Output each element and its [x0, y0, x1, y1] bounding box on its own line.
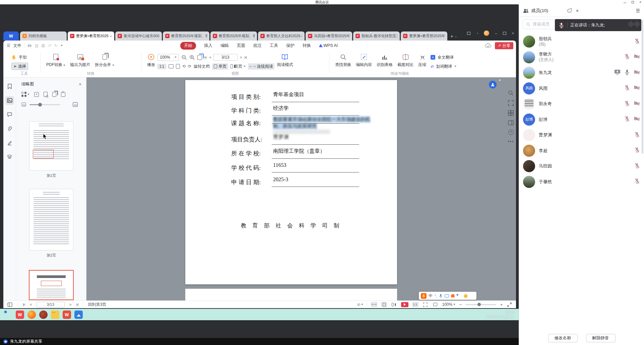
status-zoom-value[interactable]: 100%: [442, 302, 456, 307]
wps-restore-icon[interactable]: [503, 32, 506, 35]
member-row[interactable]: 李超: [519, 143, 644, 158]
mic-muted-icon[interactable]: [634, 38, 640, 46]
thumbnail-panel-close-icon[interactable]: ×: [79, 82, 81, 87]
compress-button[interactable]: )≡( 压缩: [416, 52, 429, 69]
member-row[interactable]: 彭博彭博: [519, 112, 644, 127]
file-menu[interactable]: 文件: [13, 43, 21, 49]
single-page-button[interactable]: 单页: [212, 63, 228, 70]
tab-close-icon[interactable]: ×: [110, 34, 112, 38]
bookmark-icon[interactable]: [5, 82, 14, 91]
hand-tool-button[interactable]: ✋手型: [11, 54, 28, 61]
ribbon-page-input[interactable]: 3/13: [213, 54, 238, 61]
zoom-out-icon[interactable]: [181, 55, 187, 60]
taskbar-browser-icon[interactable]: [39, 310, 48, 319]
camera-off-icon[interactable]: [633, 84, 640, 92]
translate-full-button[interactable]: A全文翻译: [431, 54, 456, 61]
insert-page-icon[interactable]: +: [34, 92, 39, 97]
taskbar-firefox-icon[interactable]: [27, 310, 36, 319]
mic-muted-icon[interactable]: [634, 162, 640, 170]
status-play-button[interactable]: [401, 302, 408, 307]
zoom-slider[interactable]: [465, 304, 496, 305]
actual-size-button[interactable]: 1:1: [157, 64, 166, 69]
toolbox-icon[interactable]: [457, 294, 460, 297]
taskbar-wps-office-icon[interactable]: W: [16, 310, 24, 319]
member-row[interactable]: 朱九龙: [519, 65, 644, 80]
wps-close-icon[interactable]: ×: [512, 31, 514, 35]
widgets-icon[interactable]: [508, 110, 514, 116]
toggle-sidebar-icon[interactable]: [7, 302, 13, 307]
sogou-logo-icon[interactable]: S: [421, 293, 427, 299]
window-layout-icon[interactable]: [467, 32, 470, 35]
sogou-input-bar[interactable]: S 中 °,: [419, 292, 476, 300]
read-mode-button[interactable]: 阅读模式: [274, 52, 295, 69]
print-icon[interactable]: ⎙: [42, 43, 45, 48]
document-tab[interactable]: P殷朝兵-数字化转型压力: [353, 31, 400, 41]
save-icon[interactable]: ▤: [35, 43, 39, 48]
slider-handle[interactable]: [38, 103, 42, 107]
emoji-icon[interactable]: [464, 294, 467, 298]
menu-item-WPS AI[interactable]: WPS AI: [319, 43, 338, 48]
play-button[interactable]: 播放: [145, 52, 157, 69]
menu-item-插入[interactable]: 插入: [204, 43, 212, 49]
thumb-view-mode-icon[interactable]: [21, 92, 29, 97]
document-tab[interactable]: P曹梦渊+教育部2025×: [68, 31, 114, 41]
menu-item-开始[interactable]: 开始: [180, 42, 196, 50]
rotate-left-icon[interactable]: ⟲: [182, 64, 186, 69]
document-area[interactable]: 项 目 类 别:青年基金项目学 科 门 类:经济学课 题 名 称:数据要素市场化…: [86, 77, 516, 300]
member-row[interactable]: 郭永奇: [519, 96, 644, 112]
close-icon[interactable]: ×: [639, 0, 641, 4]
fit-page-icon[interactable]: [176, 64, 180, 69]
menu-item-保护[interactable]: 保护: [286, 43, 295, 49]
status-first-page-button[interactable]: |<: [23, 302, 25, 306]
fullscreen-icon[interactable]: [506, 302, 513, 307]
pdf-page-4[interactable]: [185, 289, 397, 300]
mic-muted-icon[interactable]: [634, 178, 640, 186]
rotate-right-icon[interactable]: ⟳: [188, 64, 191, 69]
zoom-slider-handle[interactable]: [477, 303, 481, 306]
zoom-plus-icon[interactable]: +: [500, 302, 503, 307]
mic-muted-icon[interactable]: [634, 131, 640, 139]
help-icon[interactable]: ?: [508, 130, 514, 135]
double-page-button[interactable]: 双页: [231, 64, 246, 69]
punctuation-icon[interactable]: °,: [435, 294, 437, 298]
copy-page-icon[interactable]: [52, 92, 56, 97]
taskbar-wps-writer-icon[interactable]: W: [63, 310, 71, 319]
document-tab[interactable]: P黄河流域中心城市000.p: [115, 31, 162, 41]
last-page-button[interactable]: >|: [244, 55, 246, 59]
taskbar-clock[interactable]: 15:12 2025/3/18 星期二: [486, 310, 515, 319]
annotate-pen-icon[interactable]: [5, 138, 14, 147]
taskbar-photos-icon[interactable]: [74, 310, 83, 319]
fit-width-icon[interactable]: [169, 64, 174, 68]
first-page-button[interactable]: |<: [204, 55, 207, 59]
menu-item-编辑[interactable]: 编辑: [220, 43, 229, 49]
document-tab[interactable]: P教育部2025年规划、青: [210, 31, 257, 41]
page-3-thumbnail[interactable]: [29, 271, 73, 299]
status-fit-width-icon[interactable]: [432, 302, 439, 307]
status-continuous-icon[interactable]: ⊢⊣: [371, 302, 377, 307]
members-scrollbar[interactable]: [642, 20, 643, 154]
account-avatar[interactable]: [484, 30, 489, 36]
thumbnail-panel-icon[interactable]: [5, 96, 14, 105]
panel-layout-icon[interactable]: [508, 120, 514, 125]
snapshot-compare-button[interactable]: 截图对比: [395, 52, 416, 69]
fit-screen-icon[interactable]: [508, 100, 514, 106]
edit-content-button[interactable]: 编辑内容: [353, 52, 374, 69]
share-button[interactable]: ↗ 分享: [495, 42, 513, 49]
thumb-smaller-icon[interactable]: [21, 102, 26, 107]
wps-logo[interactable]: W: [3, 31, 19, 41]
mic-muted-icon[interactable]: [624, 100, 630, 108]
tab-list-chevron-icon[interactable]: ⌄: [455, 34, 457, 38]
status-fit-page-icon[interactable]: [422, 302, 429, 307]
wps-minimize-icon[interactable]: –: [495, 31, 497, 35]
skin-icon[interactable]: [451, 294, 455, 297]
open-folder-icon[interactable]: 🗁: [28, 43, 32, 48]
more-tools-icon[interactable]: •••: [508, 139, 514, 144]
document-tab[interactable]: P教育部2025年规划、青: [163, 31, 209, 41]
prev-page-button[interactable]: <: [209, 55, 211, 59]
start-button[interactable]: [4, 310, 12, 319]
export-image-button[interactable]: 输出为图片: [68, 52, 92, 69]
new-tab-button[interactable]: +: [450, 33, 453, 39]
member-row[interactable]: 李晓方(主持人): [519, 50, 644, 65]
mic-muted-icon[interactable]: [624, 53, 630, 61]
attachment-icon[interactable]: [5, 124, 14, 133]
